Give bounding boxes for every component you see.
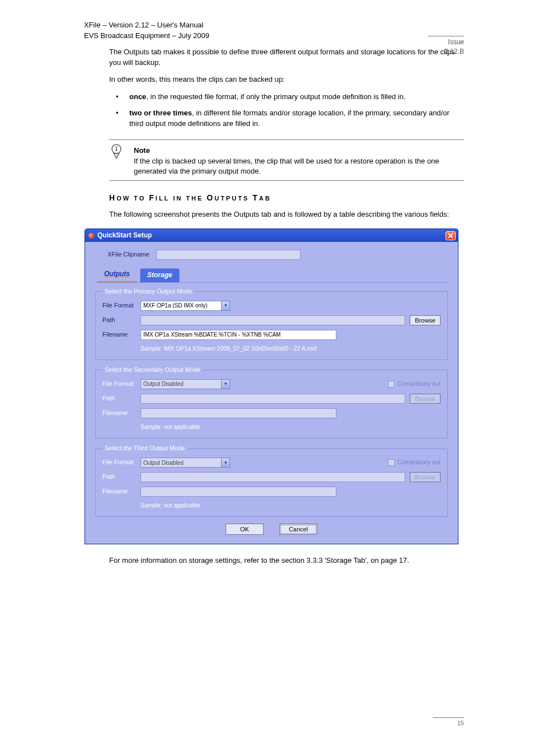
chevron-down-icon[interactable]: ▾ [221,301,230,311]
primary-format-label: File Format [102,301,140,310]
intro-para-2: In other words, this means the clips can… [109,74,464,85]
cancel-button[interactable]: Cancel [279,524,317,535]
secondary-group: Select the Secondary Output Mode File Fo… [95,366,448,438]
note-text: If the clip is backed up several times, … [134,156,464,178]
third-legend: Select the Third Output Mode [102,444,188,453]
third-browse-button: Browse [410,472,441,482]
primary-group: Select the Primary Output Mode File Form… [95,287,448,360]
primary-path-label: Path [102,316,140,325]
secondary-browse-button: Browse [410,394,441,404]
checkbox-icon[interactable] [388,381,395,388]
third-compulsory[interactable]: Compulsory out [388,458,441,467]
intro-para-1: The Outputs tab makes it possible to def… [109,47,464,68]
dialog-title: QuickStart Setup [97,231,152,240]
section-heading: HOW TO FILL IN THE OUTPUTS TAB [109,192,464,203]
page-number: 15 [433,717,464,728]
secondary-filename-input [140,408,336,418]
secondary-path-input [140,394,405,404]
secondary-sample: Sample: not applicable [140,423,200,431]
app-icon [88,233,94,239]
primary-path-input[interactable] [140,315,405,325]
secondary-filename-label: Filename [102,409,140,418]
secondary-compulsory[interactable]: Compulsory out [388,380,441,389]
dialog-titlebar[interactable]: QuickStart Setup [85,228,458,242]
svg-rect-2 [116,148,117,151]
third-path-label: Path [102,473,140,482]
tab-outputs[interactable]: Outputs [97,268,137,282]
chevron-down-icon[interactable]: ▾ [221,458,230,468]
third-format-value[interactable] [140,458,221,468]
third-format-combo[interactable]: ▾ [140,458,230,468]
third-group: Select the Third Output Mode File Format… [95,444,448,517]
bullet-1: once, in the requested file format, if o… [109,92,464,102]
doc-issue: Issue 2.12.B [428,36,464,57]
after-note-para: The following screenshot presents the Ou… [109,209,464,220]
clipname-input[interactable] [156,250,301,260]
secondary-format-label: File Format [102,380,140,389]
secondary-format-combo[interactable]: ▾ [140,379,230,389]
third-sample: Sample: not applicable [140,501,200,510]
xref-para: For more information on storage settings… [109,556,464,566]
third-format-label: File Format [102,458,140,467]
doc-company: EVS Broadcast Equipment – July 2009 [84,31,464,41]
bullet-2: two or three times, in different file fo… [109,108,464,129]
primary-filename-label: Filename [102,330,140,339]
note-block: Note If the clip is backed up several ti… [109,139,464,181]
close-icon[interactable] [446,231,456,240]
chevron-down-icon[interactable]: ▾ [221,379,230,389]
primary-legend: Select the Primary Output Mode [102,287,195,296]
secondary-format-value[interactable] [140,379,221,389]
primary-filename-input[interactable] [140,330,336,340]
third-path-input [140,472,405,482]
third-filename-input [140,487,336,497]
ok-button[interactable]: OK [226,524,264,535]
secondary-legend: Select the Secondary Output Mode [102,366,203,375]
note-label: Note [134,146,150,155]
clipname-label: XFile Clipname [107,250,149,259]
tab-storage[interactable]: Storage [140,268,180,282]
primary-format-combo[interactable]: ▾ [140,301,230,311]
checkbox-icon[interactable] [388,459,395,466]
primary-browse-button[interactable]: Browse [410,315,441,325]
primary-sample: Sample: IMX OP1a XStream 2009_07_02 10h0… [140,344,317,353]
doc-product-title: XFile – Version 2.12 – User's Manual [84,20,464,31]
note-icon [109,143,124,160]
svg-point-1 [116,146,118,148]
secondary-path-label: Path [102,394,140,403]
primary-format-value[interactable] [140,301,221,311]
quickstart-dialog: QuickStart Setup XFile Clipname Outputs … [85,228,458,544]
third-filename-label: Filename [102,487,140,496]
